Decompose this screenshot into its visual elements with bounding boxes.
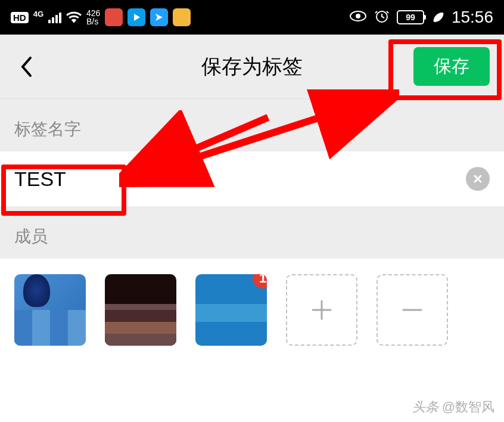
watermark-prefix: 头条 [412,399,438,414]
svg-point-3 [356,14,360,18]
tag-name-label: 标签名字 [0,99,504,151]
hd-badge: HD [11,12,29,23]
member-avatar-3[interactable]: 1 [195,274,267,346]
back-button[interactable] [14,55,38,79]
remove-member-button[interactable] [377,274,448,346]
watermark: 头条 @数智风 [412,398,494,416]
member-avatar-2[interactable] [105,274,176,346]
nav-header: 保存为标签 保存 [0,35,504,99]
signal-icon [48,11,61,23]
alarm-icon [374,8,390,26]
app-icon-1 [105,8,123,26]
app-icon-4 [173,8,191,26]
clock-time: 15:56 [452,8,493,27]
members-label: 成员 [0,206,504,259]
page-title: 保存为标签 [201,53,303,80]
app-icon-2 [127,8,145,26]
add-member-button[interactable] [286,274,357,346]
app-icon-3 [150,8,168,26]
battery-icon: 99 [397,10,424,24]
wifi-icon [66,11,82,23]
battery-level: 99 [406,13,415,22]
status-bar: HD 4G 426 B/s [0,0,504,35]
members-grid: 1 [0,259,504,361]
tag-name-input[interactable] [14,167,466,191]
member-avatar-1[interactable] [14,274,86,346]
notification-badge: 1 [253,274,267,288]
eye-icon [349,10,367,24]
watermark-handle: @数智风 [442,399,494,414]
clear-input-button[interactable] [466,167,490,191]
leaf-icon [431,11,444,24]
status-left: HD 4G 426 B/s [11,8,191,26]
network-speed: 426 B/s [86,9,100,26]
network-type: 4G [33,10,43,18]
svg-marker-0 [134,14,140,21]
tag-name-row [0,151,504,206]
svg-marker-1 [155,14,163,21]
status-right: 99 15:56 [349,8,493,27]
save-button[interactable]: 保存 [413,47,490,86]
